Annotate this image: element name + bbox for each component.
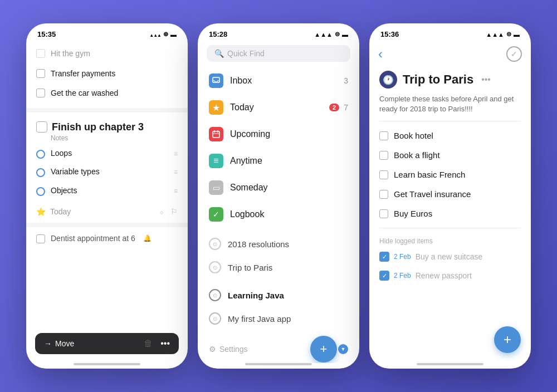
detail-header: ‹ ✓ [369, 42, 531, 66]
settings-button[interactable]: ⚙ Settings [209, 345, 248, 354]
upcoming-label: Upcoming [230, 129, 270, 139]
alert-icon: 🔔 [143, 234, 152, 242]
battery-icon-3: ▬ [514, 31, 520, 38]
circle-loops[interactable] [36, 150, 45, 159]
date-suitcase: 2 Feb [394, 253, 411, 261]
add-fab[interactable]: + [310, 336, 337, 362]
circle-check-button[interactable]: ✓ [506, 46, 522, 62]
inbox-badge-area: 3 [344, 76, 348, 85]
checkbox-gym[interactable] [36, 49, 45, 58]
time-2: 15:28 [209, 30, 227, 38]
today-label: Today [50, 207, 71, 216]
task-item-carwash[interactable]: Get the car washed [26, 84, 188, 104]
more-icon[interactable]: ••• [160, 339, 170, 349]
inbox-count: 3 [344, 76, 348, 85]
checkbox-hotel[interactable] [379, 131, 388, 140]
detail-fab-button[interactable]: + [494, 326, 521, 353]
detail-description: Complete these tasks before April and ge… [369, 92, 531, 121]
wifi-icon-1: ⊛ [163, 31, 168, 38]
group-javaapp[interactable]: ⊙ My first Java app [198, 307, 359, 330]
status-bar-1: 15:35 ⊛ ▬ [26, 23, 188, 42]
move-arrow-icon: → [44, 339, 52, 348]
wifi-icon-3: ⊜ [506, 31, 511, 38]
checkbox-insurance[interactable] [379, 190, 388, 199]
checkbox-carwash[interactable] [36, 89, 45, 97]
search-icon: 🔍 [214, 49, 224, 58]
menu-item-someday[interactable]: ▭ Someday [198, 174, 359, 201]
delete-icon[interactable]: 🗑 [144, 339, 153, 349]
menu-bottom: ⚙ Settings + ▼ [198, 330, 359, 363]
task-text-carwash: Get the car washed [51, 88, 118, 99]
time-1: 15:35 [37, 30, 56, 38]
menu-item-anytime[interactable]: ≡ Anytime [198, 148, 359, 174]
drag-handle-objects: ≡ [174, 187, 178, 195]
task-item-transfer[interactable]: Transfer payments [26, 64, 188, 84]
battery-icon-2: ▬ [342, 31, 348, 38]
logged-section-label[interactable]: Hide logged items [369, 233, 531, 247]
drag-handle-variable: ≡ [174, 168, 178, 176]
checkbox-french[interactable] [379, 170, 388, 179]
javaapp-icon: ⊙ [209, 312, 221, 325]
menu-item-upcoming[interactable]: Upcoming [198, 121, 359, 148]
task-insurance[interactable]: Get Travel insurance [369, 184, 531, 204]
checkbox-euros[interactable] [379, 209, 388, 218]
move-button[interactable]: → Move [44, 339, 74, 348]
javaapp-label: My first Java app [228, 314, 291, 324]
someday-label: Someday [230, 183, 268, 193]
detail-title-area: 🕐 Trip to Paris ••• [369, 66, 531, 92]
project-resolutions[interactable]: ⊙ 2018 resolutions [198, 232, 359, 256]
today-actions: ⬦ ⚐ [159, 207, 178, 216]
text-passport: Renew passport [416, 271, 472, 280]
circle-variable[interactable] [36, 168, 45, 177]
subtask-text-objects: Objects [51, 185, 77, 197]
menu-item-inbox[interactable]: Inbox 3 [198, 67, 359, 94]
subtask-objects[interactable]: Objects ≡ [26, 182, 188, 200]
flag-icon[interactable]: ⚐ [170, 207, 178, 216]
time-3: 15:36 [380, 30, 399, 38]
star-icon: ⭐ [36, 207, 46, 216]
task-group-title: Finish up chapter 3 [36, 121, 178, 133]
back-button[interactable]: ‹ [378, 46, 383, 62]
search-placeholder: Quick Find [227, 49, 265, 58]
task-hotel[interactable]: Book hotel [369, 126, 531, 145]
tag-icon[interactable]: ⬦ [159, 207, 164, 216]
anytime-label: Anytime [230, 156, 262, 166]
drag-handle-loops: ≡ [174, 150, 178, 158]
detail-title: Trip to Paris [403, 72, 473, 87]
task-french[interactable]: Learn basic French [369, 165, 531, 184]
task-flight[interactable]: Book a flight [369, 145, 531, 165]
settings-label: Settings [219, 345, 248, 354]
anytime-icon: ≡ [209, 154, 223, 168]
fab-chevron[interactable]: ▼ [338, 344, 348, 354]
dentist-row[interactable]: Dentist appointment at 6 🔔 [26, 229, 188, 248]
check-icon: ✓ [511, 50, 517, 58]
checkbox-flight[interactable] [379, 151, 388, 160]
more-button[interactable]: ••• [481, 75, 491, 85]
settings-icon: ⚙ [209, 345, 216, 354]
fab-button[interactable]: + ▼ [310, 336, 348, 362]
project-paris[interactable]: ⊙ Trip to Paris [198, 256, 359, 279]
subtask-variable[interactable]: Variable types ≡ [26, 163, 188, 182]
task-list: Hit the gym Transfer payments Get the ca… [26, 42, 188, 333]
menu-item-today[interactable]: ★ Today 2 7 [198, 94, 359, 121]
resolutions-label: 2018 resolutions [228, 239, 289, 249]
checkbox-transfer[interactable] [36, 69, 45, 78]
task-euros[interactable]: Buy Euros [369, 204, 531, 223]
inbox-icon [209, 74, 223, 88]
date-passport: 2 Feb [394, 272, 411, 280]
checkbox-group[interactable] [36, 121, 47, 133]
subtask-text-variable: Variable types [51, 166, 100, 178]
project-clock-icon: 🕐 [383, 75, 394, 85]
subtask-loops[interactable]: Loops ≡ [26, 144, 188, 163]
status-icons-3: ▲▲▲ ⊜ ▬ [486, 31, 520, 38]
paris-icon: ⊙ [209, 261, 221, 273]
today-menu-label: Today [230, 102, 254, 112]
search-bar[interactable]: 🔍 Quick Find [207, 45, 350, 62]
circle-objects[interactable] [36, 187, 45, 196]
logbook-icon: ✓ [209, 207, 223, 222]
group-java[interactable]: ⊙ Learning Java [198, 283, 359, 307]
menu-item-logbook[interactable]: ✓ Logbook [198, 201, 359, 228]
checkbox-dentist[interactable] [36, 234, 45, 243]
status-bar-2: 15:28 ▲▲▲ ⊜ ▬ [198, 23, 359, 42]
task-item-gym[interactable]: Hit the gym [26, 44, 188, 64]
